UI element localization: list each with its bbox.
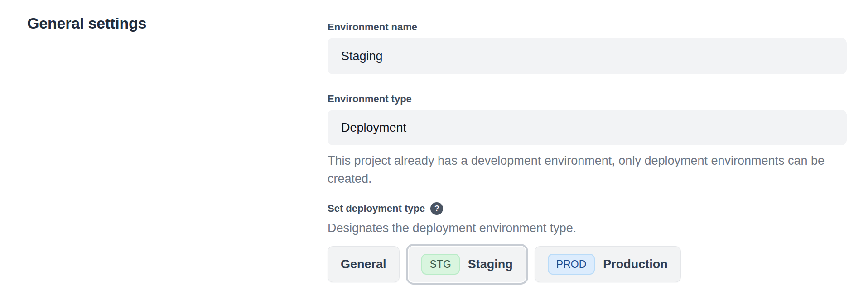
deployment-type-options: General STG Staging PROD Production (328, 244, 847, 285)
deployment-type-option-production-label: Production (603, 257, 668, 271)
deployment-type-option-general-label: General (341, 257, 386, 271)
deployment-type-option-general[interactable]: General (328, 246, 400, 282)
set-deployment-type-label: Set deployment type (328, 202, 425, 215)
environment-type-input[interactable] (328, 110, 847, 145)
environment-name-label: Environment name (328, 21, 847, 33)
deployment-type-option-staging-button[interactable]: STG Staging (409, 247, 526, 282)
environment-type-help-text: This project already has a development e… (328, 152, 847, 188)
deployment-type-option-production[interactable]: PROD Production (535, 246, 681, 282)
question-mark-help-icon[interactable]: ? (430, 202, 443, 215)
general-settings-page: General settings Environment name Enviro… (0, 0, 868, 295)
page-title: General settings (27, 14, 146, 32)
deployment-type-option-staging[interactable]: STG Staging (406, 244, 528, 285)
deployment-type-option-staging-label: Staging (468, 257, 513, 271)
stg-badge: STG (421, 254, 460, 275)
environment-name-input[interactable] (328, 38, 847, 74)
deployment-type-description: Designates the deployment environment ty… (328, 220, 847, 236)
settings-form: Environment name Environment type This p… (328, 21, 847, 285)
prod-badge: PROD (548, 254, 595, 275)
environment-type-label: Environment type (328, 93, 847, 105)
